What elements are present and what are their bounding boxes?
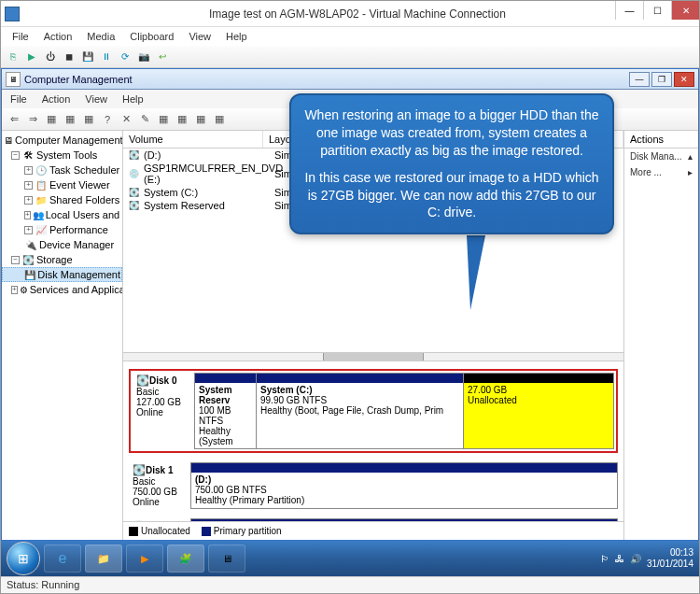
forward-icon[interactable]: ⇒: [24, 111, 41, 128]
tray-time: 00:13: [647, 547, 693, 559]
tray-network-icon[interactable]: 🖧: [615, 554, 624, 564]
label: System Tools: [36, 149, 97, 161]
annotation-callout: When restoring an image to a bigger HDD …: [289, 93, 614, 234]
taskbar-media[interactable]: ▶: [126, 544, 163, 573]
disk0-row[interactable]: 💽Disk 0 Basic 127.00 GB Online System Re…: [129, 369, 618, 453]
taskbar-app2[interactable]: 🖥: [208, 544, 245, 573]
taskbar: ⊞ e 📁 ▶ 🧩 🖥 🏳 🖧 🔊 00:13 31/01/2014: [1, 541, 699, 576]
partition-system-c[interactable]: System (C:)99.90 GB NTFSHealthy (Boot, P…: [257, 374, 464, 448]
toolbar-icon[interactable]: ▦: [211, 111, 228, 128]
start-icon[interactable]: ▶: [23, 49, 40, 65]
chevron-right-icon: ▸: [688, 167, 693, 177]
close-button[interactable]: ✕: [671, 1, 699, 20]
taskbar-app1[interactable]: 🧩: [167, 544, 204, 573]
disk1-bar: (D:)750.00 GB NTFSHealthy (Primary Parti…: [190, 462, 618, 509]
tray-sound-icon[interactable]: 🔊: [630, 554, 641, 564]
cm-menu-view[interactable]: View: [82, 92, 110, 106]
part-size: 99.90 GB NTFS: [260, 395, 459, 405]
start-button[interactable]: ⊞: [7, 542, 40, 575]
tree-performance[interactable]: +📈Performance: [2, 222, 122, 237]
tree-event-viewer[interactable]: +📋Event Viewer: [2, 177, 122, 192]
tree-local-users[interactable]: +👥Local Users and Gro: [2, 207, 122, 222]
disk-size: 750.00 GB: [133, 487, 187, 497]
tree-system-tools[interactable]: −🛠System Tools: [2, 148, 122, 163]
shutdown-icon[interactable]: ◼: [61, 49, 77, 65]
vol-name: (D:): [144, 149, 274, 161]
maximize-button[interactable]: ☐: [643, 1, 671, 20]
tree-storage[interactable]: −💽Storage: [2, 252, 122, 267]
legend: Unallocated Primary partition: [123, 521, 623, 540]
col-volume[interactable]: Volume: [123, 131, 263, 148]
cm-close-button[interactable]: ✕: [674, 72, 694, 87]
chevron-up-icon: ▴: [688, 151, 693, 162]
vm-window: Image test on AGM-W8LAP02 - Virtual Mach…: [0, 0, 700, 594]
disk1-row[interactable]: 💽Disk 1 Basic 750.00 GB Online (D:)750.0…: [129, 462, 618, 509]
cm-menu-action[interactable]: Action: [39, 92, 74, 106]
save-icon[interactable]: 💾: [79, 49, 96, 65]
cm-menu-help[interactable]: Help: [119, 92, 147, 106]
partition-unallocated[interactable]: 27.00 GBUnallocated: [464, 374, 613, 448]
disk-icon: 💽: [133, 464, 146, 475]
revert-icon[interactable]: ↩: [154, 49, 171, 65]
splitter-scrollbar[interactable]: [123, 352, 623, 361]
part-size: 100 MB NTFS: [199, 405, 252, 426]
vm-menu-help[interactable]: Help: [222, 29, 251, 44]
tree-device-manager[interactable]: 🔌Device Manager: [2, 237, 122, 252]
status-text: Status: Running: [7, 579, 79, 590]
cm-app-icon: 🖥: [6, 72, 21, 87]
up-icon[interactable]: ▦: [43, 111, 60, 128]
label: Event Viewer: [49, 179, 110, 191]
partition-d[interactable]: (D:)750.00 GB NTFSHealthy (Primary Parti…: [191, 463, 617, 508]
props-icon[interactable]: ▦: [80, 111, 97, 128]
disk-title: Disk 1: [146, 465, 173, 475]
reset-icon[interactable]: ⟳: [117, 49, 133, 65]
actions-pane: Actions Disk Mana...▴ More ...▸: [623, 131, 698, 540]
partition-system-reserved[interactable]: System Reserv100 MB NTFSHealthy (System: [195, 374, 257, 448]
help-icon[interactable]: ?: [99, 111, 116, 128]
label: Device Manager: [39, 239, 114, 250]
toolbar-icon[interactable]: ▦: [155, 111, 172, 128]
toolbar-icon[interactable]: ▦: [192, 111, 209, 128]
snapshot-icon[interactable]: 📷: [135, 49, 152, 65]
vm-menu-clipboard[interactable]: Clipboard: [126, 29, 177, 44]
disk-status: Online: [136, 407, 190, 417]
tree-shared-folders[interactable]: +📁Shared Folders: [2, 192, 122, 207]
minimize-button[interactable]: —: [615, 1, 643, 20]
vm-menu-file[interactable]: File: [8, 29, 33, 44]
toolbar-icon[interactable]: ✎: [136, 111, 153, 128]
tree-disk-management[interactable]: 💾Disk Management: [2, 267, 122, 282]
disk-graph-area: 💽Disk 0 Basic 127.00 GB Online System Re…: [123, 361, 623, 520]
legend-primary: Primary partition: [214, 526, 282, 536]
tray-flag-icon[interactable]: 🏳: [600, 554, 609, 564]
taskbar-ie[interactable]: e: [44, 544, 81, 573]
dvd-icon: 💿: [129, 169, 142, 178]
vm-menu-view[interactable]: View: [185, 29, 215, 44]
vm-menu-action[interactable]: Action: [40, 29, 77, 44]
label: Shared Folders: [49, 194, 119, 205]
part-name: (D:): [195, 474, 613, 485]
taskbar-explorer[interactable]: 📁: [85, 544, 122, 573]
tree-task-scheduler[interactable]: +🕒Task Scheduler: [2, 163, 122, 177]
refresh-icon[interactable]: ▦: [62, 111, 78, 128]
system-tray: 🏳 🖧 🔊 00:13 31/01/2014: [600, 547, 693, 570]
vm-menu-media[interactable]: Media: [83, 29, 119, 44]
nav-tree: 🖥Computer Management (L −🛠System Tools +…: [2, 131, 123, 540]
cm-menu-file[interactable]: File: [7, 92, 30, 106]
cm-minimize-button[interactable]: —: [629, 72, 650, 87]
part-state: Healthy (Primary Partition): [195, 495, 613, 505]
vol-name: System (C:): [144, 187, 274, 198]
actions-disk[interactable]: Disk Mana...▴: [624, 148, 698, 164]
toolbar-icon[interactable]: ▦: [174, 111, 190, 128]
toolbar-icon[interactable]: ✕: [118, 111, 134, 128]
back-icon[interactable]: ⇐: [6, 111, 22, 128]
turnoff-icon[interactable]: ⏻: [42, 49, 59, 65]
tray-clock[interactable]: 00:13 31/01/2014: [647, 547, 693, 570]
tree-root[interactable]: 🖥Computer Management (L: [2, 133, 122, 148]
tree-services[interactable]: +⚙Services and Applicati: [2, 282, 122, 297]
actions-more[interactable]: More ...▸: [624, 164, 698, 180]
callout-p2: In this case we restored our image to a …: [304, 169, 599, 222]
pause-icon[interactable]: ⏸: [98, 49, 115, 65]
cm-maximize-button[interactable]: ❐: [651, 72, 672, 87]
vm-title: Image test on AGM-W8LAP02 - Virtual Mach…: [20, 7, 695, 21]
ctrlaltdel-icon[interactable]: ⎘: [5, 49, 21, 65]
